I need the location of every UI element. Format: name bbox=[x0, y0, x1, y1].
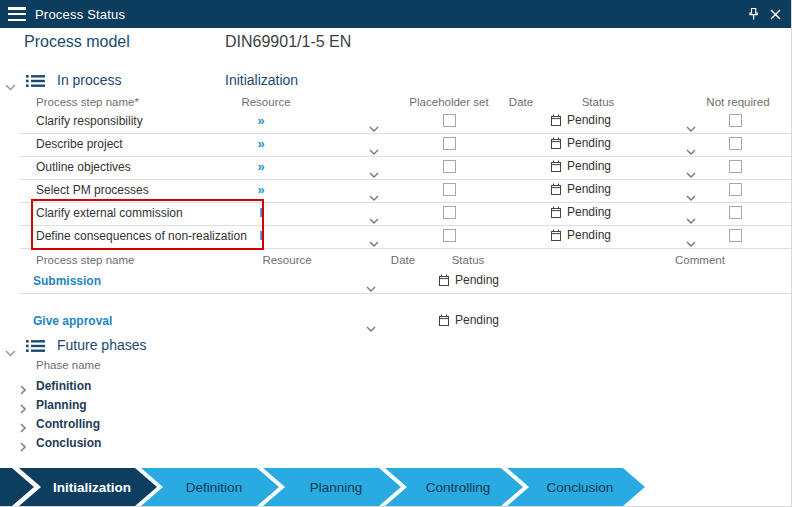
list-icon bbox=[26, 73, 46, 89]
not-required-checkbox[interactable] bbox=[729, 229, 742, 242]
status-value: Pending bbox=[567, 159, 611, 173]
process-model-value: DIN69901/1-5 EN bbox=[225, 33, 351, 51]
column-header-step-name: Process step name* bbox=[36, 96, 139, 108]
pin-icon[interactable] bbox=[742, 3, 764, 25]
phase-tree-item[interactable]: Planning bbox=[0, 396, 400, 415]
phase-tree-item[interactable]: Conclusion bbox=[0, 434, 400, 453]
status-field[interactable]: Pending bbox=[550, 182, 611, 196]
column-header-placeholder-set: Placeholder set bbox=[408, 96, 490, 108]
not-required-checkbox[interactable] bbox=[729, 160, 742, 173]
column-header-date: Date bbox=[383, 254, 423, 266]
status-field[interactable]: Pending bbox=[550, 113, 611, 127]
placeholder-set-checkbox[interactable] bbox=[443, 229, 456, 242]
resource-dropdown-chevron-icon[interactable] bbox=[366, 278, 376, 296]
process-step-name: Clarify responsibility bbox=[36, 114, 143, 128]
status-value: Pending bbox=[455, 273, 499, 287]
status-field[interactable]: Pending bbox=[438, 273, 499, 287]
menu-icon[interactable] bbox=[8, 7, 26, 21]
column-header-status: Status bbox=[440, 254, 496, 266]
placeholder-set-checkbox[interactable] bbox=[443, 183, 456, 196]
status-field[interactable]: Pending bbox=[550, 159, 611, 173]
phase-arrow-definition[interactable]: Definition bbox=[141, 468, 279, 506]
resource-dropdown-chevron-icon[interactable] bbox=[369, 233, 379, 251]
process-step-name: Clarify external commission bbox=[36, 206, 183, 220]
resource-link[interactable]: » bbox=[246, 182, 276, 197]
phase-tree-item[interactable]: Controlling bbox=[0, 415, 400, 434]
status-value: Pending bbox=[567, 205, 611, 219]
table-row: Clarify responsibility » Pending bbox=[20, 110, 792, 134]
not-required-checkbox[interactable] bbox=[729, 137, 742, 150]
table-row: Submission Pending bbox=[20, 270, 792, 294]
expand-chevron-icon[interactable] bbox=[20, 438, 26, 456]
phase-tree-item[interactable]: Definition bbox=[0, 377, 400, 396]
phase-arrow-initialization[interactable]: Initialization bbox=[19, 468, 157, 506]
status-value: Pending bbox=[567, 136, 611, 150]
status-value: Pending bbox=[567, 113, 611, 127]
process-step-name: Describe project bbox=[36, 137, 123, 151]
column-header-status: Status bbox=[572, 96, 624, 108]
not-required-checkbox[interactable] bbox=[729, 206, 742, 219]
column-header-not-required: Not required bbox=[705, 96, 771, 108]
calendar-icon bbox=[438, 274, 450, 287]
process-status-window: Process Status Process model DIN69901/1-… bbox=[0, 0, 792, 507]
column-header-resource: Resource bbox=[257, 254, 317, 266]
calendar-icon bbox=[550, 114, 562, 127]
section-title-in-process: In process bbox=[57, 72, 122, 88]
current-phase-name: Initialization bbox=[225, 72, 298, 88]
close-icon[interactable] bbox=[764, 3, 786, 25]
column-header-step-name: Process step name bbox=[36, 254, 134, 266]
table-row: Give approval Pending bbox=[20, 310, 792, 333]
not-required-checkbox[interactable] bbox=[729, 114, 742, 127]
process-step-name: Select PM processes bbox=[36, 183, 149, 197]
resource-link[interactable]: » bbox=[246, 159, 276, 174]
calendar-icon bbox=[550, 206, 562, 219]
title-bar: Process Status bbox=[0, 0, 792, 28]
collapse-chevron-icon[interactable] bbox=[5, 77, 17, 89]
process-model-label: Process model bbox=[24, 33, 130, 51]
collapse-chevron-icon[interactable] bbox=[5, 343, 17, 355]
resource-link[interactable]: » bbox=[246, 136, 276, 151]
column-header-date: Date bbox=[501, 96, 541, 108]
table-row: Define consequences of non-realization I… bbox=[20, 225, 792, 249]
column-header-comment: Comment bbox=[668, 254, 732, 266]
phase-arrow-controlling[interactable]: Controlling bbox=[385, 468, 523, 506]
phase-name: Definition bbox=[36, 379, 91, 393]
resource-link[interactable]: I bbox=[246, 228, 276, 243]
calendar-icon bbox=[550, 160, 562, 173]
status-value: Pending bbox=[567, 228, 611, 242]
phase-name: Planning bbox=[36, 398, 87, 412]
phase-progress-bar: Initialization Definition Planning Contr… bbox=[0, 468, 792, 506]
column-header-resource: Resource bbox=[235, 96, 297, 108]
resource-link[interactable]: » bbox=[246, 113, 276, 128]
placeholder-set-checkbox[interactable] bbox=[443, 137, 456, 150]
status-value: Pending bbox=[455, 313, 499, 327]
resource-link[interactable]: I bbox=[246, 205, 276, 220]
process-step-name: Define consequences of non-realization bbox=[36, 229, 247, 243]
status-field[interactable]: Pending bbox=[438, 313, 499, 327]
status-field[interactable]: Pending bbox=[550, 205, 611, 219]
phase-arrow-conclusion[interactable]: Conclusion bbox=[507, 468, 645, 506]
phase-name: Controlling bbox=[36, 417, 100, 431]
placeholder-set-checkbox[interactable] bbox=[443, 160, 456, 173]
table-row: Describe project » Pending bbox=[20, 133, 792, 157]
calendar-icon bbox=[550, 183, 562, 196]
calendar-icon bbox=[550, 229, 562, 242]
milestone-link[interactable]: Submission bbox=[33, 274, 101, 288]
table-row: Clarify external commission I Pending bbox=[20, 202, 792, 226]
process-step-name: Outline objectives bbox=[36, 160, 131, 174]
list-icon bbox=[26, 338, 46, 354]
column-header-phase-name: Phase name bbox=[36, 359, 101, 371]
status-field[interactable]: Pending bbox=[550, 136, 611, 150]
placeholder-set-checkbox[interactable] bbox=[443, 114, 456, 127]
resource-dropdown-chevron-icon[interactable] bbox=[366, 318, 376, 336]
not-required-checkbox[interactable] bbox=[729, 183, 742, 196]
phase-arrow-planning[interactable]: Planning bbox=[263, 468, 401, 506]
status-dropdown-chevron-icon[interactable] bbox=[686, 233, 696, 251]
calendar-icon bbox=[550, 137, 562, 150]
placeholder-set-checkbox[interactable] bbox=[443, 206, 456, 219]
table-row: Select PM processes » Pending bbox=[20, 179, 792, 203]
status-field[interactable]: Pending bbox=[550, 228, 611, 242]
table-row: Outline objectives » Pending bbox=[20, 156, 792, 180]
milestone-link[interactable]: Give approval bbox=[33, 314, 112, 328]
phase-name: Conclusion bbox=[36, 436, 101, 450]
